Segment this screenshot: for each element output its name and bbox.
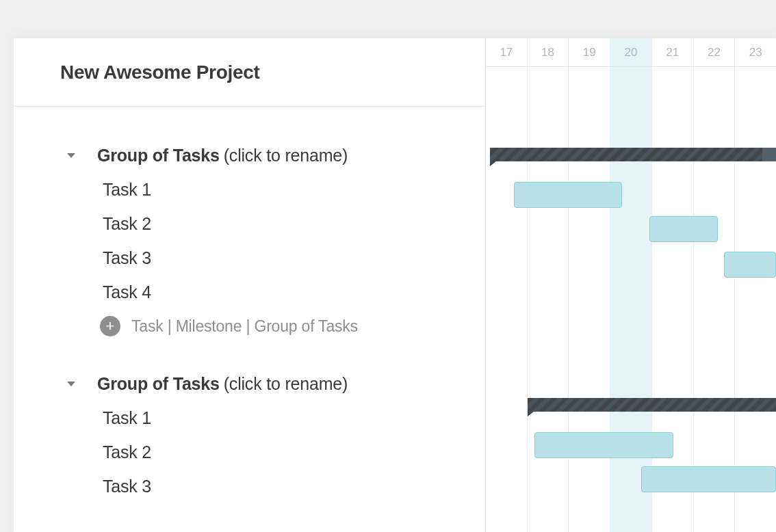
gantt-group-bar-endcap — [762, 148, 776, 161]
task-group-row[interactable]: Group of Tasks (click to rename) — [14, 138, 485, 172]
group-label[interactable]: Group of Tasks — [97, 374, 220, 394]
left-panel: New Awesome Project Group of Tasks (clic… — [14, 38, 486, 532]
gantt-group-bar[interactable] — [490, 148, 776, 161]
timeline-day-cell[interactable]: 19 — [569, 38, 610, 66]
timeline-day-cell[interactable]: 18 — [528, 38, 569, 66]
project-header: New Awesome Project — [14, 38, 485, 107]
gantt-task-bar[interactable] — [724, 252, 776, 278]
timeline-day-cell[interactable]: 17 — [486, 38, 528, 66]
task-row[interactable]: Task 1 — [14, 401, 485, 435]
group-rename-hint: (click to rename) — [224, 374, 348, 394]
task-row[interactable]: Task 3 — [14, 469, 485, 503]
task-label[interactable]: Task 1 — [103, 180, 151, 200]
task-group-row[interactable]: Group of Tasks (click to rename) — [14, 367, 485, 401]
chevron-down-icon[interactable] — [67, 382, 75, 386]
task-label[interactable]: Task 2 — [103, 214, 151, 234]
gantt-task-bar[interactable] — [534, 432, 673, 458]
task-label[interactable]: Task 1 — [103, 408, 151, 428]
task-label[interactable]: Task 3 — [103, 248, 151, 268]
task-label[interactable]: Task 3 — [103, 477, 151, 496]
timeline-day-cell[interactable]: 20 — [610, 38, 652, 66]
task-row[interactable]: Task 4 — [14, 275, 485, 309]
app-window: New Awesome Project Group of Tasks (clic… — [14, 38, 776, 532]
gantt-bars-container — [486, 67, 776, 532]
timeline-day-cell[interactable]: 23 — [735, 38, 776, 66]
task-label[interactable]: Task 2 — [103, 442, 151, 462]
chevron-down-icon[interactable] — [67, 153, 75, 158]
task-row[interactable]: Task 1 — [14, 172, 485, 207]
gantt-task-bar[interactable] — [649, 216, 718, 242]
gantt-task-bar[interactable] — [641, 466, 776, 492]
timeline-body[interactable] — [486, 67, 776, 532]
task-row[interactable]: Task 3 — [14, 241, 485, 275]
project-title[interactable]: New Awesome Project — [60, 62, 260, 83]
group-rename-hint: (click to rename) — [224, 146, 348, 165]
gantt-task-bar[interactable] — [514, 182, 621, 208]
gantt-group-bar[interactable] — [528, 398, 776, 412]
task-row[interactable]: Task 2 — [14, 435, 485, 469]
timeline-day-cell[interactable]: 21 — [652, 38, 694, 66]
group-spacer — [14, 343, 485, 367]
group-label[interactable]: Group of Tasks — [97, 146, 220, 165]
timeline-panel: 17181920212223 — [486, 38, 776, 532]
add-item-row[interactable]: + Task | Milestone | Group of Tasks — [14, 309, 485, 343]
timeline-header: 17181920212223 — [486, 38, 776, 67]
add-item-hint: Task | Milestone | Group of Tasks — [131, 317, 358, 336]
timeline-day-cell[interactable]: 22 — [694, 38, 736, 66]
task-row[interactable]: Task 2 — [14, 207, 485, 241]
task-list: Group of Tasks (click to rename) Task 1 … — [14, 107, 485, 503]
plus-icon[interactable]: + — [100, 316, 120, 336]
task-label[interactable]: Task 4 — [103, 282, 151, 302]
